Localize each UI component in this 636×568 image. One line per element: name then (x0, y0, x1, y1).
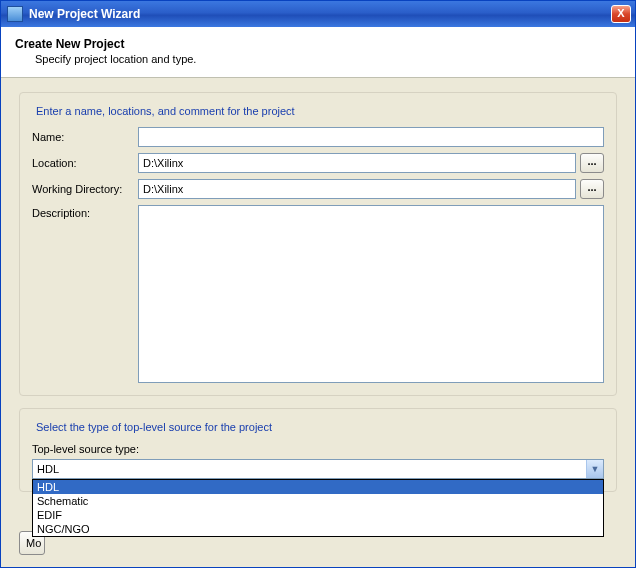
name-row: Name: (32, 127, 604, 147)
description-row: Description: (32, 205, 604, 383)
close-button[interactable]: X (611, 5, 631, 23)
option-hdl[interactable]: HDL (33, 480, 603, 494)
source-type-selected: HDL (37, 463, 59, 475)
workdir-input[interactable] (138, 179, 576, 199)
app-icon (7, 6, 23, 22)
chevron-down-icon: ▼ (586, 460, 603, 478)
option-schematic[interactable]: Schematic (33, 494, 603, 508)
location-row: Location: ... (32, 153, 604, 173)
location-input[interactable] (138, 153, 576, 173)
description-textarea[interactable] (138, 205, 604, 383)
group-heading-details: Enter a name, locations, and comment for… (32, 105, 299, 117)
group-heading-type: Select the type of top-level source for … (32, 421, 276, 433)
source-type-select[interactable]: HDL ▼ (32, 459, 604, 479)
name-input[interactable] (138, 127, 604, 147)
workdir-label: Working Directory: (32, 183, 138, 195)
project-details-group: Enter a name, locations, and comment for… (19, 92, 617, 396)
source-type-group: Select the type of top-level source for … (19, 408, 617, 492)
page-title: Create New Project (15, 37, 621, 51)
page-subtitle: Specify project location and type. (15, 53, 621, 65)
content-area: Enter a name, locations, and comment for… (1, 78, 635, 531)
window-title: New Project Wizard (29, 7, 611, 21)
description-label: Description: (32, 205, 138, 219)
source-type-select-wrap: HDL ▼ HDL Schematic EDIF NGC/NGO (32, 459, 604, 479)
workdir-browse-button[interactable]: ... (580, 179, 604, 199)
option-ngcngo[interactable]: NGC/NGO (33, 522, 603, 536)
source-type-dropdown: HDL Schematic EDIF NGC/NGO (32, 479, 604, 537)
source-type-label: Top-level source type: (32, 443, 604, 455)
wizard-window: New Project Wizard X Create New Project … (0, 0, 636, 568)
titlebar: New Project Wizard X (1, 1, 635, 27)
option-edif[interactable]: EDIF (33, 508, 603, 522)
name-label: Name: (32, 131, 138, 143)
location-label: Location: (32, 157, 138, 169)
workdir-row: Working Directory: ... (32, 179, 604, 199)
header-panel: Create New Project Specify project locat… (1, 27, 635, 78)
location-browse-button[interactable]: ... (580, 153, 604, 173)
